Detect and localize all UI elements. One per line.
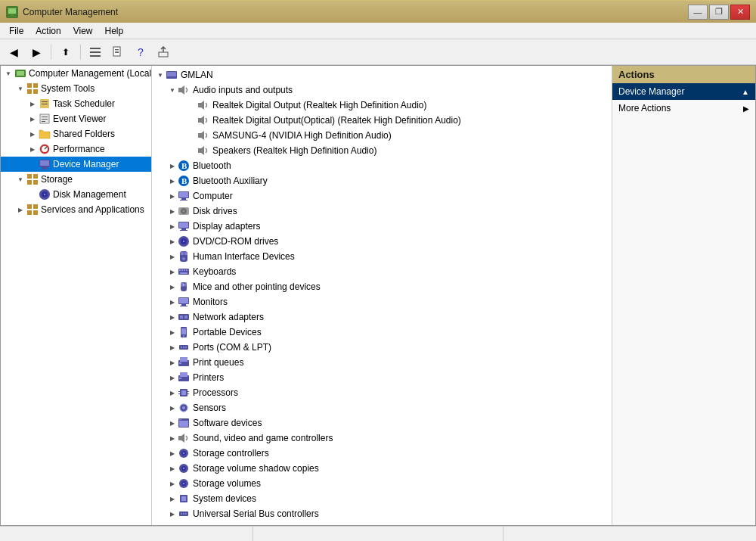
display-group[interactable]: ▶ Display adapters	[152, 219, 612, 234]
print-queues-toggle[interactable]: ▶	[167, 357, 178, 368]
portable-group[interactable]: ▶ Portable Devices	[152, 325, 612, 340]
task-toggle[interactable]: ▶	[26, 98, 39, 110]
storage-vols-toggle[interactable]: ▶	[167, 478, 178, 489]
audio-toggle[interactable]: ▼	[167, 85, 178, 95]
disk-drives-group[interactable]: ▶ Disk drives	[152, 204, 612, 219]
computer-group[interactable]: ▶ Computer	[152, 188, 612, 204]
storage-toggle[interactable]: ▼	[14, 173, 26, 185]
properties-button[interactable]	[107, 42, 129, 62]
help-button[interactable]: ?	[130, 42, 151, 62]
ports-toggle[interactable]: ▶	[167, 342, 178, 353]
back-button[interactable]: ◀	[3, 42, 24, 62]
system-tools-toggle[interactable]: ▼	[14, 82, 26, 95]
hid-group[interactable]: ▶ Human Interface Devices	[152, 249, 612, 264]
tree-system-tools[interactable]: ▼ System Tools	[1, 81, 151, 96]
shared-toggle[interactable]: ▶	[26, 128, 39, 140]
usb-group[interactable]: ▶ Universal Serial Bus controllers	[152, 506, 612, 521]
usb-toggle[interactable]: ▶	[167, 508, 178, 519]
printers-group[interactable]: ▶ Printers	[152, 370, 612, 385]
ports-label: Ports (COM & LPT)	[193, 342, 271, 353]
audio-child-3[interactable]: SAMSUNG-4 (NVIDIA High Definition Audio)	[152, 128, 612, 143]
audio-child-1[interactable]: Realtek Digital Output (Realtek High Def…	[152, 98, 612, 113]
minimize-button[interactable]: —	[688, 5, 708, 20]
display-toggle[interactable]: ▶	[167, 221, 178, 232]
show-hide-button[interactable]	[85, 42, 106, 62]
portable-toggle[interactable]: ▶	[167, 327, 178, 337]
bluetooth-aux-toggle[interactable]: ▶	[167, 176, 178, 186]
menu-file[interactable]: File	[3, 24, 29, 38]
bluetooth-group[interactable]: ▶ B Bluetooth	[152, 158, 612, 173]
keyboards-group[interactable]: ▶ Keyboards	[152, 264, 612, 279]
tree-device-manager[interactable]: ▶ Device Manager	[1, 157, 151, 172]
audio-child-1-icon	[197, 99, 209, 111]
computer-toggle[interactable]: ▶	[167, 191, 178, 201]
mice-group[interactable]: ▶ Mice and other pointing devices	[152, 279, 612, 294]
svg-rect-5	[90, 51, 101, 53]
audio-child-2[interactable]: Realtek Digital Output(Optical) (Realtek…	[152, 113, 612, 128]
wd-toggle[interactable]: ▶	[167, 524, 178, 525]
bluetooth-toggle[interactable]: ▶	[167, 160, 178, 171]
event-toggle[interactable]: ▶	[26, 113, 39, 125]
system-devices-toggle[interactable]: ▶	[167, 493, 178, 504]
sound-toggle[interactable]: ▶	[167, 433, 178, 443]
network-toggle[interactable]: ▶	[167, 312, 178, 322]
print-queues-group[interactable]: ▶ Print queues	[152, 355, 612, 370]
keyboards-toggle[interactable]: ▶	[167, 266, 178, 277]
tree-shared-folders[interactable]: ▶ Shared Folders	[1, 126, 151, 141]
forward-button[interactable]: ▶	[26, 42, 47, 62]
up-button[interactable]: ⬆	[55, 42, 76, 62]
hid-toggle[interactable]: ▶	[167, 251, 178, 262]
menu-view[interactable]: View	[67, 24, 99, 38]
software-devices-toggle[interactable]: ▶	[167, 418, 178, 428]
tree-root[interactable]: ▼ Computer Management (Local	[1, 66, 151, 81]
wd-group[interactable]: ▶ WD Drive Management devices	[152, 521, 612, 525]
device-root[interactable]: ▼ GMLAN	[152, 67, 612, 82]
close-button[interactable]: ✕	[730, 5, 750, 20]
toolbar: ◀ ▶ ⬆ ?	[0, 39, 756, 65]
export-button[interactable]	[153, 42, 174, 62]
action-more-actions[interactable]: More Actions ▶	[612, 100, 755, 117]
tree-storage[interactable]: ▼ Storage	[1, 172, 151, 187]
printers-toggle[interactable]: ▶	[167, 372, 178, 383]
audio-child-4[interactable]: Speakers (Realtek High Definition Audio)	[152, 143, 612, 158]
svg-rect-68	[181, 252, 184, 255]
storage-ctrl-group[interactable]: ▶ Storage controllers	[152, 446, 612, 461]
menu-help[interactable]: Help	[99, 24, 130, 38]
menu-action[interactable]: Action	[29, 24, 67, 38]
main-container: ▼ Computer Management (Local ▼ System To…	[0, 65, 756, 526]
performance-toggle[interactable]: ▶	[26, 143, 39, 155]
gmlan-toggle[interactable]: ▼	[155, 70, 166, 80]
storage-shadow-group[interactable]: ▶ Storage volume shadow copies	[152, 461, 612, 476]
svg-rect-1	[10, 14, 14, 16]
sensors-group[interactable]: ▶ Sensors	[152, 400, 612, 415]
sound-group[interactable]: ▶ Sound, video and game controllers	[152, 431, 612, 446]
processors-toggle[interactable]: ▶	[167, 387, 178, 398]
processors-group[interactable]: ▶ Processors	[152, 385, 612, 400]
audio-group[interactable]: ▼ Audio inputs and outputs	[152, 82, 612, 98]
tree-performance[interactable]: ▶ Performance	[1, 141, 151, 157]
mice-toggle[interactable]: ▶	[167, 281, 178, 292]
network-group[interactable]: ▶ Network adapters	[152, 309, 612, 325]
root-toggle[interactable]: ▼	[2, 67, 14, 79]
storage-ctrl-toggle[interactable]: ▶	[167, 448, 178, 459]
services-toggle[interactable]: ▶	[14, 204, 26, 216]
action-device-manager[interactable]: Device Manager ▲	[612, 83, 755, 100]
tree-services[interactable]: ▶ Services and Applications	[1, 202, 151, 217]
storage-shadow-toggle[interactable]: ▶	[167, 463, 178, 474]
system-devices-group[interactable]: ▶ System devices	[152, 491, 612, 506]
bluetooth-aux-group[interactable]: ▶ B Bluetooth Auxiliary	[152, 173, 612, 188]
tree-task-scheduler[interactable]: ▶ Task Scheduler	[1, 96, 151, 111]
sensors-toggle[interactable]: ▶	[167, 403, 178, 413]
restore-button[interactable]: ❐	[709, 5, 729, 20]
tree-disk-management[interactable]: ▶ Disk Management	[1, 187, 151, 202]
title-bar: Computer Management — ❐ ✕	[0, 0, 756, 23]
disk-drives-toggle[interactable]: ▶	[167, 206, 178, 216]
dvd-toggle[interactable]: ▶	[167, 236, 178, 247]
software-devices-group[interactable]: ▶ Software devices	[152, 415, 612, 431]
ports-group[interactable]: ▶ Ports (COM & LPT)	[152, 340, 612, 355]
monitors-group[interactable]: ▶ Monitors	[152, 294, 612, 309]
monitors-toggle[interactable]: ▶	[167, 297, 178, 307]
storage-vols-group[interactable]: ▶ Storage volumes	[152, 476, 612, 491]
tree-event-viewer[interactable]: ▶ Event Viewer	[1, 111, 151, 126]
dvd-group[interactable]: ▶ DVD/CD-ROM drives	[152, 234, 612, 249]
